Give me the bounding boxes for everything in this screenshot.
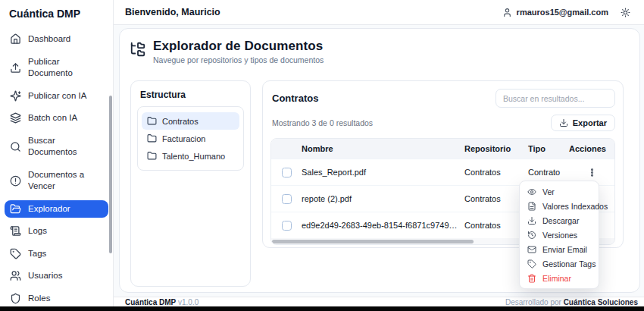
alert-circle-icon <box>10 175 21 187</box>
footer-app-version: Cuántica DMP v1.0.0 <box>125 298 199 306</box>
search-input[interactable] <box>496 89 615 108</box>
folder-icon <box>147 151 157 161</box>
upload-icon <box>10 62 21 74</box>
sidebar-item-explorador[interactable]: Explorador <box>5 200 108 218</box>
header-right: rmauros15@gmail.com <box>502 8 630 17</box>
results-title: Contratos <box>270 93 318 104</box>
mail-icon <box>527 245 536 254</box>
menu-item-label: Versiones <box>542 231 577 240</box>
menu-item-label: Valores Indexados <box>542 202 608 211</box>
sidebar-item-label: Publicar Documento <box>28 56 103 80</box>
results-subheader: Mostrando 3 de 0 resultados Exportar <box>270 115 615 131</box>
folder-tree-icon <box>130 41 146 58</box>
search-icon <box>10 141 21 152</box>
top-header: Bienvenido, Mauricio rmauros15@gmail.com <box>114 0 644 25</box>
window-bottom-edge <box>0 306 644 311</box>
page-subtitle: Navegue por repositorios y tipos de docu… <box>153 55 324 64</box>
row-checkbox[interactable] <box>282 221 292 231</box>
sidebar: Cuántica DMP Dashboard Publicar Document… <box>0 0 114 306</box>
sidebar-item-tags[interactable]: Tags <box>5 245 108 263</box>
home-icon <box>10 33 21 45</box>
menu-item-label: Ver <box>542 187 555 196</box>
eye-icon <box>527 187 536 196</box>
structure-panel: Estructura Contratos Facturacion Talento… <box>130 80 251 287</box>
table-header-row: Nombre Repositorio Tipo Acciones <box>271 139 614 159</box>
brand-title: Cuántica DMP <box>0 0 113 24</box>
sidebar-item-publicar-con-ia[interactable]: Publicar con IA <box>5 87 108 105</box>
results-summary: Mostrando 3 de 0 resultados <box>270 118 373 127</box>
menu-item-label: Enviar Email <box>542 245 587 254</box>
user-chip[interactable]: rmauros15@gmail.com <box>502 8 608 17</box>
layers-icon <box>10 112 21 124</box>
sidebar-item-label: Explorador <box>28 203 70 215</box>
sidebar-scrollbar[interactable] <box>109 96 112 253</box>
menu-item-label: Eliminar <box>542 274 571 283</box>
tree-item-talento-humano[interactable]: Talento_Humano <box>142 147 239 165</box>
sidebar-item-label: Publicar con IA <box>28 90 86 102</box>
menu-item-label: Descargar <box>542 216 579 225</box>
user-icon <box>502 8 512 17</box>
results-header: Contratos <box>270 89 615 108</box>
sun-icon <box>621 8 630 17</box>
row-checkbox[interactable] <box>282 168 292 177</box>
folder-tree: Contratos Facturacion Talento_Humano <box>137 106 244 171</box>
scrollbar-thumb[interactable] <box>272 240 474 243</box>
footer-credit: Desarrollado por Cuántica Soluciones <box>505 298 638 306</box>
row-checkbox[interactable] <box>282 194 292 204</box>
sidebar-item-label: Usuarios <box>28 270 62 282</box>
sidebar-item-label: Tags <box>28 248 46 260</box>
tag-icon <box>10 248 21 259</box>
cell-repositorio: Contratos <box>460 168 524 177</box>
user-email: rmauros15@gmail.com <box>517 8 608 17</box>
footer-version: v1.0.0 <box>178 298 199 306</box>
tree-item-facturacion[interactable]: Facturacion <box>142 130 239 147</box>
sidebar-item-buscar-documentos[interactable]: Buscar Documentos <box>5 132 108 162</box>
welcome-text: Bienvenido, Mauricio <box>125 7 220 17</box>
users-icon <box>10 270 21 281</box>
cell-nombre: Sales_Report.pdf <box>297 168 460 177</box>
export-button[interactable]: Exportar <box>551 115 615 131</box>
column-header-tipo: Tipo <box>524 144 564 153</box>
folder-icon <box>147 116 157 126</box>
footer-app-name: Cuántica DMP <box>125 298 176 306</box>
menu-item-eliminar[interactable]: Eliminar <box>520 271 599 285</box>
sidebar-item-roles[interactable]: Roles <box>5 290 108 308</box>
sidebar-item-publicar-documento[interactable]: Publicar Documento <box>5 53 108 83</box>
cell-nombre: ed9e2d49-2683-49eb-8154-f6871c974968.pdf <box>297 221 460 230</box>
sidebar-item-documentos-a-vencer[interactable]: Documentos a Vencer <box>5 166 108 196</box>
column-header-acciones: Acciones <box>564 144 614 153</box>
menu-item-gestionar-tags[interactable]: Gestionar Tags <box>520 256 599 271</box>
sidebar-item-logs[interactable]: Logs <box>5 222 108 240</box>
theme-toggle-button[interactable] <box>621 8 630 17</box>
sidebar-item-usuarios[interactable]: Usuarios <box>5 267 108 285</box>
sparkles-icon <box>10 90 21 102</box>
tree-item-label: Contratos <box>162 117 199 126</box>
sidebar-item-label: Batch con IA <box>28 112 77 124</box>
menu-item-ver[interactable]: Ver <box>520 184 599 199</box>
page-title-block: Explorador de Documentos Navegue por rep… <box>153 39 324 64</box>
cell-repositorio: Contratos <box>460 221 524 230</box>
sidebar-item-dashboard[interactable]: Dashboard <box>5 30 108 49</box>
scroll-text-icon <box>10 225 21 237</box>
tag-icon <box>527 259 536 269</box>
menu-item-valores-indexados[interactable]: Valores Indexados <box>520 199 599 213</box>
column-header-nombre: Nombre <box>297 144 460 153</box>
sidebar-item-label: Dashboard <box>28 33 70 46</box>
tree-item-label: Talento_Humano <box>162 152 225 161</box>
sidebar-item-label: Documentos a Vencer <box>28 169 103 193</box>
sidebar-item-label: Roles <box>28 293 50 305</box>
tree-item-contratos[interactable]: Contratos <box>142 112 239 130</box>
folder-open-icon <box>10 203 21 215</box>
page-title: Explorador de Documentos <box>153 39 324 54</box>
sidebar-item-label: Buscar Documentos <box>28 135 103 159</box>
menu-item-enviar-email[interactable]: Enviar Email <box>520 242 599 256</box>
footer-developed-by: Desarrollado por <box>505 298 561 306</box>
row-actions-kebab-icon[interactable] <box>586 166 599 179</box>
menu-item-versiones[interactable]: Versiones <box>520 228 599 242</box>
menu-item-descargar[interactable]: Descargar <box>520 213 599 228</box>
shield-icon <box>10 293 21 304</box>
sidebar-item-label: Logs <box>28 225 47 237</box>
cell-tipo: Contrato <box>524 168 564 177</box>
sidebar-item-batch-con-ia[interactable]: Batch con IA <box>5 109 108 127</box>
download-icon <box>527 216 536 225</box>
